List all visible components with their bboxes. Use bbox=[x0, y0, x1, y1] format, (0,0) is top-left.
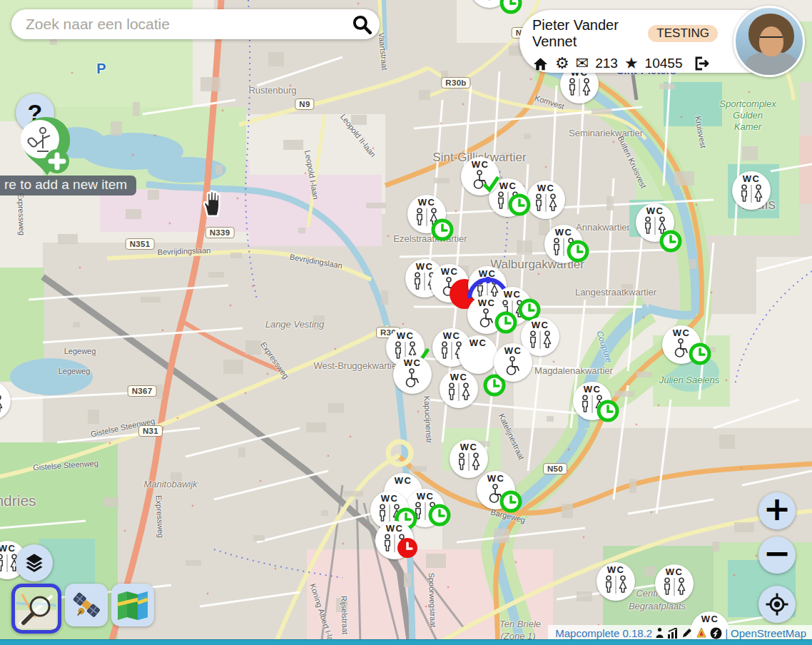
question-mark: ? bbox=[28, 99, 43, 127]
wc-label: WC bbox=[504, 290, 522, 300]
wc-label: WC bbox=[395, 476, 412, 486]
messages-envelope-icon[interactable]: ✉ bbox=[576, 56, 589, 71]
search-input[interactable] bbox=[24, 15, 351, 34]
search-icon[interactable] bbox=[351, 14, 372, 35]
wc-label: WC bbox=[450, 372, 468, 382]
wc-label: WC bbox=[478, 298, 496, 308]
map-marker-toilet[interactable]: WC bbox=[573, 382, 611, 420]
messages-count: 213 bbox=[595, 56, 618, 71]
map-marker-toilet[interactable]: WC bbox=[470, 0, 509, 8]
wc-label: WC bbox=[441, 267, 459, 277]
wc-label: WC bbox=[416, 262, 434, 272]
layers-button[interactable] bbox=[16, 544, 53, 581]
osm-copyright-icon bbox=[710, 627, 722, 639]
mapcomplete-app: Brugge-Sint-PietersRustenburgSint-Gillis… bbox=[0, 0, 812, 645]
app-version-label[interactable]: Mapcomplete 0.18.2 bbox=[555, 627, 652, 639]
background-style-row bbox=[11, 584, 154, 634]
folded-map-icon bbox=[116, 590, 149, 620]
wc-label: WC bbox=[381, 494, 399, 504]
separator: | bbox=[725, 627, 728, 639]
map-markers-layer: WC WC WC WC WC WC WC bbox=[0, 0, 812, 645]
map-marker-toilet[interactable]: WC bbox=[450, 440, 488, 478]
map-marker-toilet[interactable]: WC bbox=[597, 562, 635, 601]
map-marker-toilet[interactable]: WC bbox=[636, 203, 674, 242]
user-name: Pieter Vander Vennet bbox=[532, 17, 641, 50]
map-marker-toilet[interactable]: WC bbox=[527, 181, 565, 219]
logout-icon[interactable] bbox=[693, 55, 710, 72]
wc-label: WC bbox=[470, 338, 487, 348]
tooltip-text: re to add a new item bbox=[4, 177, 127, 193]
opening-hours-clock-badge bbox=[499, 0, 522, 17]
user-avatar[interactable] bbox=[734, 6, 805, 77]
crosshair-icon bbox=[765, 592, 789, 616]
map-marker-toilet[interactable]: WC bbox=[662, 325, 701, 364]
minus-icon: − bbox=[763, 534, 791, 572]
wc-label: WC bbox=[0, 544, 16, 554]
changesets-count: 10455 bbox=[645, 56, 683, 71]
settings-gear-icon[interactable]: ⚙ bbox=[555, 56, 569, 71]
wc-label: WC bbox=[555, 228, 573, 238]
stats-chart-icon bbox=[667, 628, 679, 639]
hand-cursor-icon bbox=[199, 188, 228, 218]
wc-label: WC bbox=[487, 474, 505, 484]
map-marker-toilet[interactable]: WC bbox=[407, 195, 446, 233]
zoom-in-button[interactable]: + bbox=[758, 492, 796, 529]
satellite-icon bbox=[70, 589, 103, 621]
map-marker-toilet[interactable]: WC bbox=[406, 489, 445, 527]
statistics-user-icon bbox=[655, 627, 664, 639]
map-marker-toilet[interactable]: WC bbox=[544, 225, 583, 263]
plus-icon: + bbox=[763, 489, 791, 528]
star-icon: ★ bbox=[624, 56, 639, 71]
map-marker-toilet[interactable]: WC bbox=[375, 521, 414, 559]
map-marker-toilet[interactable]: WC bbox=[467, 295, 506, 334]
wc-label: WC bbox=[646, 206, 664, 216]
mapcomplete-mini-logo-icon bbox=[696, 627, 707, 639]
style-satellite-button[interactable] bbox=[65, 584, 108, 626]
style-map-button[interactable] bbox=[111, 584, 154, 626]
bottom-accent-strip bbox=[0, 639, 812, 645]
home-icon[interactable] bbox=[532, 56, 549, 72]
geolocate-button[interactable] bbox=[758, 586, 796, 623]
osm-map-thumbnail-icon bbox=[16, 589, 56, 629]
wc-label: WC bbox=[386, 524, 404, 534]
wc-label: WC bbox=[584, 385, 602, 395]
add-item-tooltip: re to add a new item bbox=[0, 176, 136, 195]
wc-label: WC bbox=[743, 174, 761, 184]
wc-label: WC bbox=[443, 331, 461, 341]
wc-label: WC bbox=[701, 614, 719, 624]
wc-label: WC bbox=[404, 358, 422, 368]
map-marker-toilet[interactable]: WC bbox=[393, 355, 432, 394]
wc-label: WC bbox=[472, 160, 489, 170]
help-button[interactable]: ? bbox=[16, 93, 54, 132]
wc-label: WC bbox=[504, 346, 522, 356]
map-marker-toilet[interactable]: WC bbox=[440, 370, 478, 408]
wc-label: WC bbox=[417, 492, 435, 502]
wc-label: WC bbox=[418, 198, 436, 208]
map-marker-toilet[interactable]: WC bbox=[461, 157, 499, 195]
wc-label: WC bbox=[532, 320, 549, 330]
wc-label: WC bbox=[499, 181, 517, 191]
attribution-bar: Mapcomplete 0.18.2 | OpenStreetMap bbox=[548, 625, 812, 641]
user-mode-badge: TESTING bbox=[648, 25, 718, 42]
map-marker-toilet[interactable]: WC bbox=[732, 171, 771, 210]
wc-label: WC bbox=[537, 183, 555, 193]
wc-label: WC bbox=[607, 565, 625, 575]
zoom-out-button[interactable]: − bbox=[758, 537, 796, 574]
style-osm-carto-button[interactable] bbox=[11, 584, 61, 634]
map-marker-toilet[interactable]: WC bbox=[0, 382, 11, 420]
wc-label: WC bbox=[460, 442, 478, 452]
wc-label: WC bbox=[666, 567, 684, 577]
search-bar bbox=[11, 9, 380, 39]
map-marker-toilet[interactable]: WC bbox=[494, 343, 532, 382]
map-marker-toilet[interactable]: WC bbox=[477, 471, 515, 509]
layers-icon bbox=[24, 552, 45, 574]
wc-label: WC bbox=[397, 331, 415, 341]
edit-pencil-icon bbox=[681, 627, 693, 639]
wc-label: WC bbox=[479, 269, 497, 279]
map-marker-toilet[interactable]: WC bbox=[459, 335, 497, 374]
map-marker-toilet[interactable]: WC bbox=[430, 264, 469, 303]
map-marker-toilet[interactable]: WC bbox=[655, 564, 694, 603]
openstreetmap-link[interactable]: OpenStreetMap bbox=[731, 627, 806, 639]
wc-label: WC bbox=[673, 328, 691, 338]
